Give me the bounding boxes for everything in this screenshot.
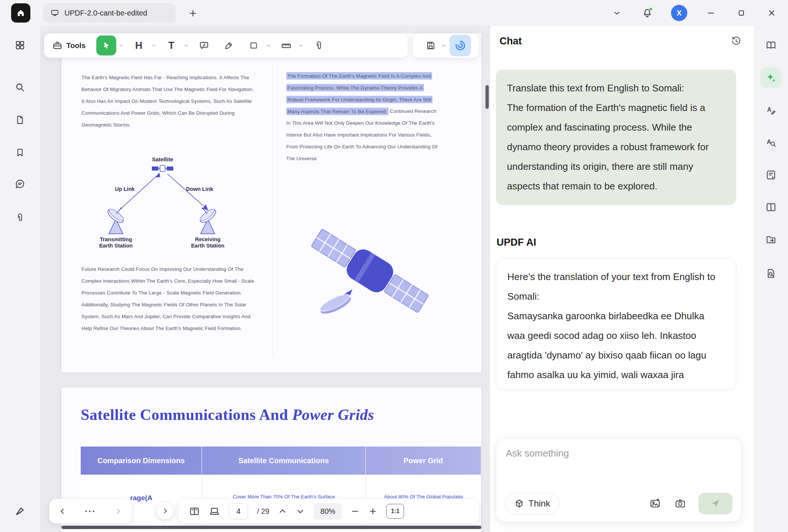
comment-tool-button[interactable] xyxy=(194,36,214,55)
pdf-viewer: The Earth's Magnetic Field Has Far - Rea… xyxy=(40,26,490,532)
heading-icon: H xyxy=(135,41,143,51)
minimize-button[interactable] xyxy=(704,6,718,20)
vertical-scrollbar[interactable] xyxy=(485,85,489,109)
satellite-icon xyxy=(152,165,173,172)
previous-page-button[interactable] xyxy=(278,507,287,516)
shape-tool-dropdown[interactable] xyxy=(266,43,271,48)
thumbnails-button[interactable] xyxy=(9,34,31,56)
home-button[interactable] xyxy=(11,3,30,23)
heading-tool-dropdown[interactable] xyxy=(151,43,157,48)
ai-message-translation: Samaysanka garoonka birlabeedka ee Dhulk… xyxy=(507,306,722,385)
ai-swirl-icon xyxy=(454,40,466,51)
select-tool-button[interactable] xyxy=(96,36,116,55)
two-page-view-button[interactable] xyxy=(189,506,200,517)
svg-text:Transmitting: Transmitting xyxy=(100,236,132,242)
save-dropdown[interactable] xyxy=(441,43,447,48)
text-search-icon: A xyxy=(765,137,777,148)
table-header-row: Comparison Dimensions Satellite Communic… xyxy=(81,447,481,475)
page-number-input[interactable] xyxy=(229,503,248,519)
close-icon xyxy=(767,9,776,17)
page-total-label: / 29 xyxy=(257,507,269,516)
measure-tool-button[interactable] xyxy=(276,36,296,55)
zoom-in-button[interactable] xyxy=(368,507,377,516)
back-button[interactable] xyxy=(59,507,67,515)
text-tool-button[interactable]: T xyxy=(161,36,181,55)
attachments-button[interactable] xyxy=(9,206,31,229)
select-tool-dropdown[interactable] xyxy=(118,43,124,48)
actual-size-button[interactable]: 1:1 xyxy=(386,504,404,519)
tools-button[interactable]: Tools xyxy=(50,36,91,55)
text-tool-dropdown[interactable] xyxy=(183,43,189,48)
text-recognition-button[interactable]: A xyxy=(761,132,781,153)
attach-tool-button[interactable] xyxy=(309,36,329,55)
signature-button[interactable] xyxy=(9,500,31,522)
chat-history-button[interactable] xyxy=(729,34,743,48)
svg-text:Up Link: Up Link xyxy=(115,186,135,192)
page3-paragraph-right[interactable]: The Formation Of The Earth's Magnetic Fi… xyxy=(286,70,440,165)
tab-title: UPDF-2.0-cant-be-edited xyxy=(64,9,147,17)
heading-tool-button[interactable]: H xyxy=(129,36,149,55)
home-icon xyxy=(16,8,26,18)
svg-text:A: A xyxy=(767,106,771,113)
page4-heading[interactable]: Satellite Communications And Power Grids xyxy=(81,406,374,424)
new-tab-button[interactable] xyxy=(187,7,199,20)
maximize-button[interactable] xyxy=(735,6,748,20)
close-button[interactable] xyxy=(765,6,778,20)
comment-icon xyxy=(14,178,26,189)
table-header-cell: Satellite Communications xyxy=(202,447,366,475)
pdf-page-3[interactable]: The Earth's Magnetic Field Has Far - Rea… xyxy=(61,33,481,373)
annotations-button[interactable] xyxy=(9,173,31,195)
insert-image-button[interactable] xyxy=(648,496,662,511)
page-controls-bar: / 29 80% 1:1 xyxy=(178,499,479,523)
chat-input[interactable] xyxy=(506,448,732,459)
zoom-out-button[interactable] xyxy=(351,507,360,516)
ai-assistant-to olbar-button[interactable] xyxy=(450,35,471,56)
forward-button[interactable] xyxy=(114,507,122,515)
maximize-icon xyxy=(737,9,745,17)
translate-button[interactable]: A xyxy=(761,100,781,121)
screenshot-button[interactable] xyxy=(673,496,687,511)
columns-icon xyxy=(765,202,777,213)
monitor-icon xyxy=(50,9,59,17)
document-tab[interactable]: UPDF-2.0-cant-be-edited xyxy=(43,3,176,23)
table-header-cell: Comparison Dimensions xyxy=(81,447,202,475)
page-layout-button[interactable] xyxy=(761,197,781,218)
bookmarks-button[interactable] xyxy=(9,141,31,164)
search-pdf-button[interactable] xyxy=(761,263,781,284)
comment-edit-icon xyxy=(199,40,209,51)
shape-tool-button[interactable] xyxy=(244,36,264,55)
page3-paragraph-left-2[interactable]: Future Research Could Focus On Improving… xyxy=(81,263,259,334)
think-button[interactable]: Think xyxy=(505,493,560,514)
zoom-level[interactable]: 80% xyxy=(314,503,342,519)
save-toolbar xyxy=(413,33,479,58)
ai-assistant-button[interactable] xyxy=(761,67,781,88)
square-icon xyxy=(249,41,258,50)
expand-panel-button[interactable] xyxy=(157,502,174,519)
page3-paragraph-left-1[interactable]: The Earth's Magnetic Field Has Far - Rea… xyxy=(81,72,256,131)
document-search-icon xyxy=(765,268,777,279)
minimize-icon xyxy=(707,9,715,17)
notifications-button[interactable] xyxy=(641,6,654,20)
measure-tool-dropdown[interactable] xyxy=(298,43,304,48)
ai-sender-label: UPDF AI xyxy=(497,237,754,248)
chevron-right-icon xyxy=(161,507,169,515)
save-button[interactable] xyxy=(421,36,441,55)
search-button[interactable] xyxy=(9,76,31,98)
pen-nib-icon xyxy=(14,505,26,517)
collapse-toolbar-button[interactable] xyxy=(610,6,624,20)
more-button[interactable]: ··· xyxy=(85,506,96,516)
account-avatar[interactable]: X xyxy=(671,5,687,21)
main-toolbar: Tools H T xyxy=(44,33,408,58)
reader-mode-button[interactable] xyxy=(761,35,781,55)
pages-button[interactable] xyxy=(9,109,31,131)
history-icon xyxy=(731,36,742,47)
right-sidebar: A A xyxy=(754,26,788,532)
summary-button[interactable] xyxy=(761,165,781,185)
horizontal-scrollbar[interactable] xyxy=(61,526,481,529)
satellite-illustration xyxy=(305,215,435,326)
reading-mode-button[interactable] xyxy=(209,506,220,517)
export-button[interactable] xyxy=(761,229,781,250)
pen-tool-button[interactable] xyxy=(219,36,239,55)
next-page-button[interactable] xyxy=(296,507,305,516)
send-button[interactable] xyxy=(698,493,732,514)
